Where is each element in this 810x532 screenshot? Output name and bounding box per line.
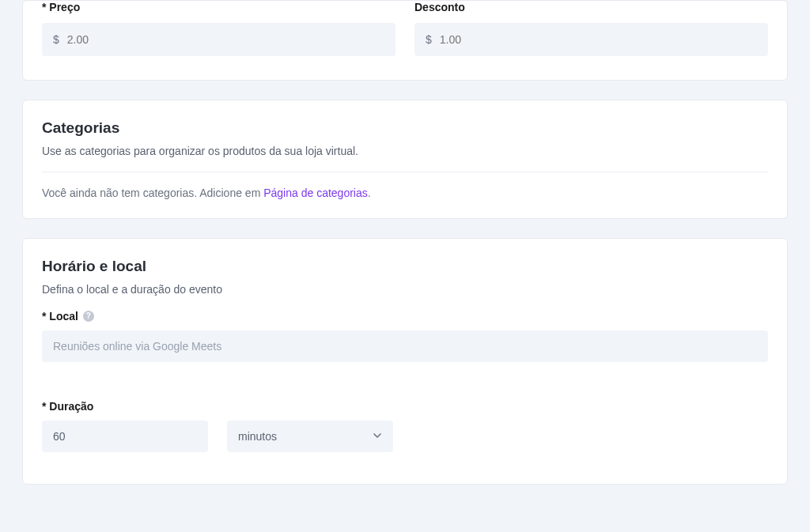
categories-subtitle: Use as categorias para organizar os prod… [42,145,768,157]
duration-unit-select-wrap[interactable] [227,421,393,452]
currency-prefix: $ [53,33,59,46]
discount-label: Desconto [414,1,768,13]
local-label: * Local ? [42,310,768,323]
duration-value-input[interactable] [42,421,208,452]
categories-card: Categorias Use as categorias para organi… [22,100,788,219]
price-label: * Preço [42,1,396,13]
discount-input[interactable] [440,33,757,46]
currency-prefix: $ [426,33,432,46]
duration-unit-select[interactable] [227,421,393,452]
help-icon[interactable]: ? [83,311,94,322]
schedule-title: Horário e local [42,258,768,275]
price-input-wrap[interactable]: $ [42,23,396,56]
discount-field-group: Desconto $ [414,1,768,56]
discount-input-wrap[interactable]: $ [414,23,768,56]
categories-empty-prefix: Você ainda não tem categorias. Adicione … [42,187,263,199]
pricing-card: * Preço $ Desconto $ [22,0,788,81]
categories-title: Categorias [42,119,768,137]
local-input[interactable] [42,330,768,362]
schedule-card: Horário e local Defina o local e a duraç… [22,238,788,485]
duration-label: * Duração [42,400,768,413]
categories-empty-suffix: . [368,187,371,199]
local-label-text: * Local [42,310,78,323]
pricing-row: * Preço $ Desconto $ [42,1,768,56]
schedule-subtitle: Defina o local e a duração do evento [42,283,768,296]
price-field-group: * Preço $ [42,1,396,56]
price-input[interactable] [67,33,384,46]
divider [42,172,768,172]
categories-page-link[interactable]: Página de categorias [263,187,368,199]
categories-empty-text: Você ainda não tem categorias. Adicione … [42,187,768,199]
duration-row [42,421,768,452]
